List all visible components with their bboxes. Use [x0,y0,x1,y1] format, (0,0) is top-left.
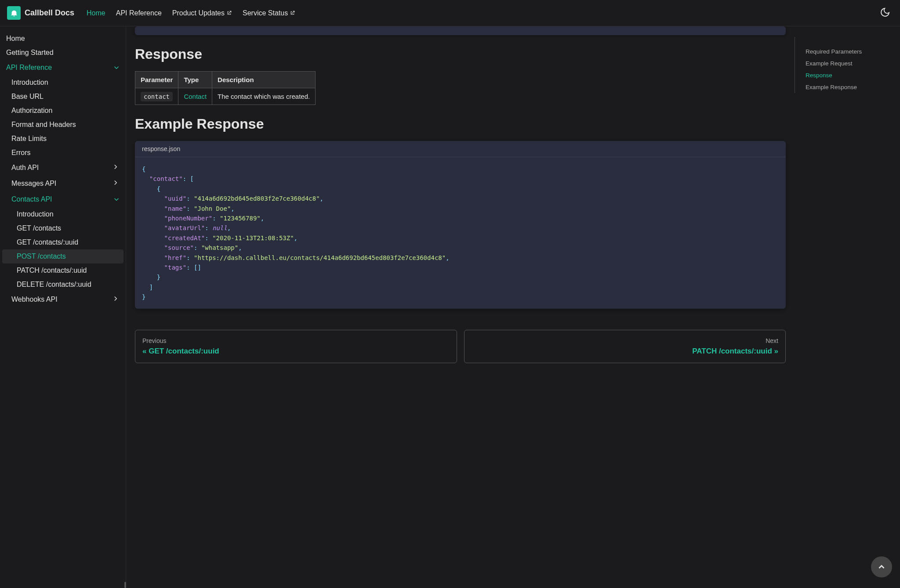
param-desc: The contact which was created. [212,88,316,105]
next-page-link[interactable]: Next PATCH /contacts/:uuid » [464,330,786,363]
sidebar-item-label: API Reference [6,64,52,72]
sidebar-item-label: Webhooks API [11,296,58,303]
pagination: Previous « GET /contacts/:uuid Next PATC… [135,330,786,363]
sidebar-item-label: DELETE /contacts/:uuid [17,281,91,289]
sidebar-scrollbar[interactable] [124,582,126,588]
nav-link-service-status[interactable]: Service Status [243,9,295,17]
top-header: Callbell Docs HomeAPI ReferenceProduct U… [0,0,900,26]
sidebar-item-post-contacts[interactable]: POST /contacts [2,249,123,263]
nav-link-product-updates[interactable]: Product Updates [172,9,232,17]
moon-icon [880,7,890,18]
chevron-down-icon [111,64,120,72]
chevron-down-icon [111,195,120,203]
sidebar-item-label: GET /contacts [17,224,61,232]
response-table: Parameter Type Description contact Conta… [135,71,316,105]
prev-page-link[interactable]: Previous « GET /contacts/:uuid [135,330,457,363]
sidebar-item-label: GET /contacts/:uuid [17,238,78,246]
sidebar-item-introduction[interactable]: Introduction [0,207,126,221]
sidebar-item-label: Contacts API [11,195,52,203]
type-link[interactable]: Contact [184,93,207,100]
sidebar-item-label: Format and Headers [11,121,76,129]
sidebar-item-label: Messages API [11,180,56,188]
sidebar-item-label: Errors [11,149,31,157]
toc-item-required-parameters[interactable]: Required Parameters [806,46,893,58]
sidebar-item-rate-limits[interactable]: Rate Limits [0,132,126,146]
sidebar-item-errors[interactable]: Errors [0,146,126,160]
main-content: Response Parameter Type Description cont… [126,26,795,588]
sidebar-item-messages-api[interactable]: Messages API [0,176,126,191]
example-response-code: response.json { "contact": [ { "uuid": "… [135,141,786,309]
nav-link-home[interactable]: Home [87,9,105,17]
code-body: { "contact": [ { "uuid": "414a6d692bd645… [135,157,786,309]
prev-label: Previous [142,337,450,344]
sidebar-item-label: Introduction [17,210,54,218]
next-label: Next [472,337,779,344]
example-response-heading: Example Response [135,116,786,132]
sidebar-item-format-and-headers[interactable]: Format and Headers [0,118,126,132]
sidebar-item-contacts-api[interactable]: Contacts API [0,191,126,207]
th-parameter: Parameter [135,72,178,88]
table-of-contents: Required ParametersExample RequestRespon… [795,37,900,93]
table-row: contact Contact The contact which was cr… [135,88,316,105]
chevron-right-icon [112,179,120,188]
external-link-icon [290,10,295,16]
theme-toggle[interactable] [877,4,893,22]
code-title: response.json [135,141,786,157]
prev-codeblock-remnant [135,26,786,35]
top-nav: HomeAPI ReferenceProduct UpdatesService … [87,9,295,17]
response-heading: Response [135,46,786,62]
sidebar-item-api-reference[interactable]: API Reference [0,60,126,76]
sidebar-item-label: PATCH /contacts/:uuid [17,267,87,274]
sidebar-item-getting-started[interactable]: Getting Started [0,46,126,60]
th-type: Type [178,72,212,88]
external-link-icon [226,10,232,16]
th-description: Description [212,72,316,88]
toc-item-example-request[interactable]: Example Request [806,58,893,69]
sidebar-item-label: Getting Started [6,49,54,57]
sidebar-item-label: Base URL [11,93,44,101]
bell-icon [10,9,18,18]
toc-item-example-response[interactable]: Example Response [806,81,893,93]
nav-link-api-reference[interactable]: API Reference [116,9,162,17]
brand-title[interactable]: Callbell Docs [25,8,74,18]
sidebar-item-home[interactable]: Home [0,32,126,46]
sidebar-item-introduction[interactable]: Introduction [0,76,126,90]
brand-logo[interactable] [7,6,21,20]
toc-item-response[interactable]: Response [806,69,893,81]
sidebar-item-webhooks-api[interactable]: Webhooks API [0,292,126,307]
sidebar-item-label: Introduction [11,79,48,87]
sidebar-item-delete-contacts-uuid[interactable]: DELETE /contacts/:uuid [0,278,126,292]
chevron-right-icon [112,163,120,173]
prev-title: « GET /contacts/:uuid [142,347,450,356]
sidebar-item-label: Rate Limits [11,135,47,143]
sidebar: HomeGetting StartedAPI ReferenceIntroduc… [0,26,126,588]
sidebar-item-auth-api[interactable]: Auth API [0,160,126,176]
sidebar-item-label: POST /contacts [17,253,66,260]
sidebar-item-authorization[interactable]: Authorization [0,104,126,118]
next-title: PATCH /contacts/:uuid » [472,347,779,356]
scroll-to-top-button[interactable] [871,556,892,577]
param-name: contact [141,92,173,101]
sidebar-item-patch-contacts-uuid[interactable]: PATCH /contacts/:uuid [0,263,126,278]
sidebar-item-get-contacts[interactable]: GET /contacts [0,221,126,235]
sidebar-item-label: Home [6,35,25,43]
sidebar-item-label: Authorization [11,107,52,115]
chevron-up-icon [877,562,886,572]
sidebar-item-base-url[interactable]: Base URL [0,90,126,104]
sidebar-item-get-contacts-uuid[interactable]: GET /contacts/:uuid [0,235,126,249]
sidebar-item-label: Auth API [11,164,39,172]
chevron-right-icon [112,295,120,304]
